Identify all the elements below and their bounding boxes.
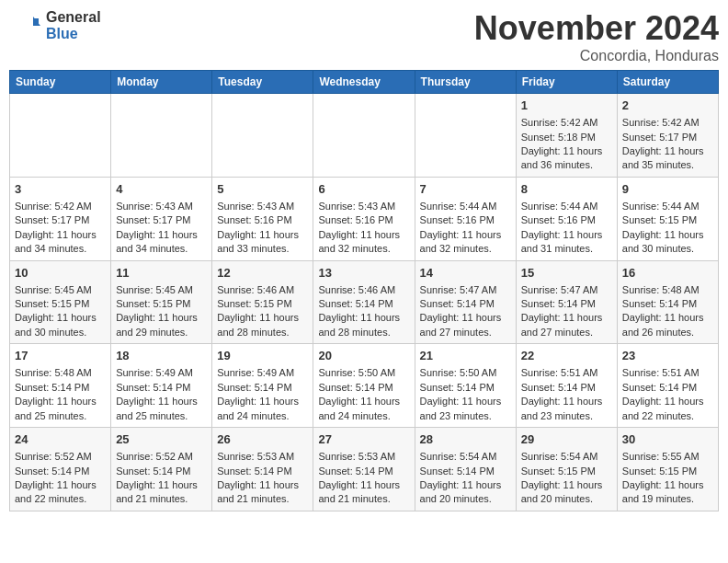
day-number: 1 [521,98,612,114]
day-info: Sunrise: 5:42 AM [15,200,106,213]
day-info: Daylight: 11 hours and 24 minutes. [318,395,409,423]
day-info: Daylight: 11 hours and 32 minutes. [318,228,409,257]
calendar-cell: 24Sunrise: 5:52 AMSunset: 5:14 PMDayligh… [10,428,111,511]
day-info: Daylight: 11 hours and 21 minutes. [217,478,308,507]
weekday-header-thursday: Thursday [415,71,516,94]
day-info: Sunset: 5:15 PM [217,297,308,311]
calendar-cell: 27Sunrise: 5:53 AMSunset: 5:14 PMDayligh… [313,428,415,511]
day-info: Sunrise: 5:55 AM [622,450,713,464]
calendar-week-row: 1Sunrise: 5:42 AMSunset: 5:18 PMDaylight… [10,94,719,178]
calendar-cell: 25Sunrise: 5:52 AMSunset: 5:14 PMDayligh… [111,428,212,511]
day-info: Sunset: 5:15 PM [521,465,612,478]
day-number: 8 [521,181,612,198]
day-info: Sunrise: 5:54 AM [521,450,612,464]
calendar-cell: 2Sunrise: 5:42 AMSunset: 5:17 PMDaylight… [617,94,718,178]
day-info: Daylight: 11 hours and 34 minutes. [15,228,106,257]
day-info: Daylight: 11 hours and 23 minutes. [420,395,511,423]
weekday-header-sunday: Sunday [10,71,111,94]
day-info: Sunset: 5:18 PM [521,131,612,144]
day-info: Sunset: 5:14 PM [217,381,308,395]
day-info: Sunrise: 5:49 AM [217,366,308,380]
day-info: Daylight: 11 hours and 25 minutes. [116,395,207,423]
day-info: Sunrise: 5:53 AM [318,450,409,464]
day-number: 13 [318,265,409,282]
day-info: Sunrise: 5:49 AM [116,366,207,380]
weekday-header-wednesday: Wednesday [313,71,415,94]
day-info: Sunrise: 5:46 AM [318,283,409,297]
day-info: Sunrise: 5:54 AM [420,450,511,464]
calendar-table: SundayMondayTuesdayWednesdayThursdayFrid… [9,70,719,511]
day-info: Sunset: 5:16 PM [318,213,409,227]
day-info: Sunrise: 5:44 AM [622,200,713,213]
day-info: Daylight: 11 hours and 30 minutes. [622,228,713,257]
day-info: Sunrise: 5:48 AM [15,366,106,380]
day-number: 26 [217,431,308,448]
day-info: Sunset: 5:14 PM [116,465,207,478]
day-info: Sunset: 5:17 PM [15,213,106,227]
day-info: Sunset: 5:14 PM [318,297,409,311]
day-info: Sunrise: 5:43 AM [318,200,409,213]
calendar-cell [415,94,516,178]
day-info: Sunset: 5:16 PM [521,213,612,227]
day-info: Sunrise: 5:42 AM [521,116,612,130]
day-info: Daylight: 11 hours and 31 minutes. [521,228,612,257]
day-info: Daylight: 11 hours and 28 minutes. [217,311,308,339]
day-info: Daylight: 11 hours and 25 minutes. [15,395,106,423]
calendar-cell: 23Sunrise: 5:51 AMSunset: 5:14 PMDayligh… [617,344,718,428]
calendar-cell: 14Sunrise: 5:47 AMSunset: 5:14 PMDayligh… [415,260,516,344]
day-number: 21 [420,348,511,364]
day-number: 2 [622,98,713,114]
calendar-cell [111,94,212,178]
day-number: 27 [318,431,409,448]
day-info: Sunset: 5:16 PM [420,213,511,227]
day-number: 18 [116,348,207,364]
weekday-header-friday: Friday [516,71,617,94]
calendar-cell: 13Sunrise: 5:46 AMSunset: 5:14 PMDayligh… [313,260,415,344]
day-number: 17 [15,348,106,364]
day-number: 20 [318,348,409,364]
day-number: 30 [622,431,713,448]
day-number: 15 [521,265,612,282]
day-number: 19 [217,348,308,364]
day-info: Daylight: 11 hours and 32 minutes. [420,228,511,257]
day-info: Sunrise: 5:44 AM [521,200,612,213]
calendar-cell: 26Sunrise: 5:53 AMSunset: 5:14 PMDayligh… [212,428,313,511]
day-info: Sunset: 5:14 PM [521,297,612,311]
calendar-cell: 7Sunrise: 5:44 AMSunset: 5:16 PMDaylight… [415,177,516,260]
day-info: Daylight: 11 hours and 27 minutes. [521,311,612,339]
day-info: Daylight: 11 hours and 23 minutes. [521,395,612,423]
day-number: 22 [521,348,612,364]
title-block: November 2024 Concordia, Honduras [474,9,719,64]
day-number: 24 [15,431,106,448]
day-info: Daylight: 11 hours and 35 minutes. [622,144,713,173]
day-info: Sunset: 5:14 PM [622,297,713,311]
day-number: 4 [116,181,207,198]
location: Concordia, Honduras [474,48,719,64]
day-info: Daylight: 11 hours and 33 minutes. [217,228,308,257]
day-info: Sunset: 5:17 PM [116,213,207,227]
day-info: Sunrise: 5:48 AM [622,283,713,297]
calendar-cell: 9Sunrise: 5:44 AMSunset: 5:15 PMDaylight… [617,177,718,260]
day-info: Sunrise: 5:47 AM [420,283,511,297]
day-number: 29 [521,431,612,448]
day-info: Daylight: 11 hours and 19 minutes. [622,478,713,507]
calendar-cell: 17Sunrise: 5:48 AMSunset: 5:14 PMDayligh… [10,344,111,428]
weekday-header-saturday: Saturday [617,71,718,94]
logo-text-general: General [46,9,101,26]
logo: General Blue [9,9,101,42]
day-info: Daylight: 11 hours and 22 minutes. [622,395,713,423]
day-info: Sunset: 5:14 PM [217,465,308,478]
day-info: Sunset: 5:14 PM [318,465,409,478]
calendar-cell [212,94,313,178]
calendar-cell: 22Sunrise: 5:51 AMSunset: 5:14 PMDayligh… [516,344,617,428]
calendar-cell [313,94,415,178]
calendar-cell: 6Sunrise: 5:43 AMSunset: 5:16 PMDaylight… [313,177,415,260]
calendar-cell: 18Sunrise: 5:49 AMSunset: 5:14 PMDayligh… [111,344,212,428]
day-number: 28 [420,431,511,448]
day-info: Sunrise: 5:47 AM [521,283,612,297]
day-info: Sunset: 5:14 PM [15,381,106,395]
day-info: Sunrise: 5:46 AM [217,283,308,297]
day-info: Daylight: 11 hours and 27 minutes. [420,311,511,339]
day-info: Sunrise: 5:43 AM [116,200,207,213]
day-info: Sunset: 5:15 PM [622,465,713,478]
